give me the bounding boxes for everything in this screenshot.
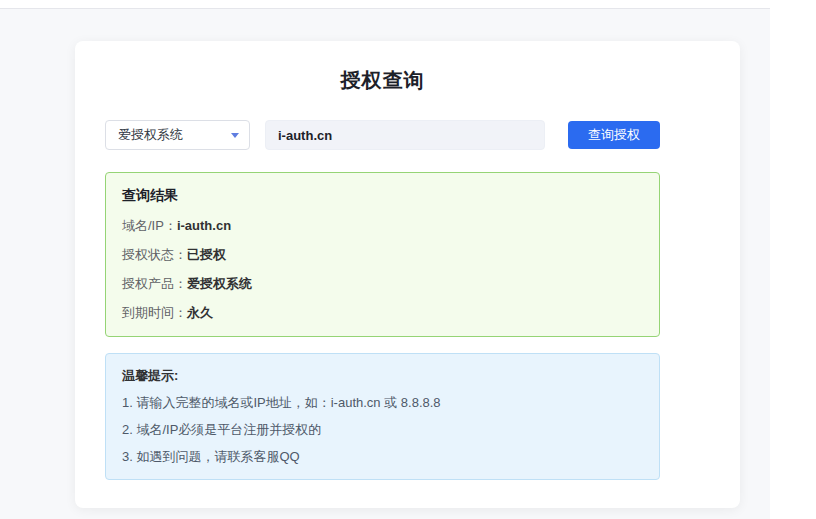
- chevron-down-icon: [231, 133, 239, 138]
- result-row-status: 授权状态：已授权: [122, 246, 643, 264]
- domain-input[interactable]: [265, 120, 545, 150]
- result-label: 授权状态：: [122, 247, 187, 262]
- page-background: 授权查询 爱授权系统 查询授权 查询结果 域名/IP：i-auth.cn 授权状…: [0, 8, 770, 519]
- tip-item: 1. 请输入完整的域名或IP地址，如：i-auth.cn 或 8.8.8.8: [122, 394, 643, 412]
- result-row-expiry: 到期时间：永久: [122, 304, 643, 322]
- result-label: 域名/IP：: [122, 218, 177, 233]
- tips-heading: 温馨提示:: [122, 367, 643, 385]
- result-value: 永久: [187, 305, 213, 320]
- query-auth-button[interactable]: 查询授权: [568, 121, 660, 149]
- result-value: 已授权: [187, 247, 226, 262]
- tips-panel: 温馨提示: 1. 请输入完整的域名或IP地址，如：i-auth.cn 或 8.8…: [105, 353, 660, 480]
- system-select[interactable]: 爱授权系统: [105, 120, 250, 150]
- result-label: 授权产品：: [122, 276, 187, 291]
- system-select-value: 爱授权系统: [118, 126, 183, 144]
- result-heading: 查询结果: [122, 187, 643, 205]
- result-value: i-auth.cn: [177, 218, 231, 233]
- result-label: 到期时间：: [122, 305, 187, 320]
- query-result-panel: 查询结果 域名/IP：i-auth.cn 授权状态：已授权 授权产品：爱授权系统…: [105, 172, 660, 337]
- tip-item: 3. 如遇到问题，请联系客服QQ: [122, 448, 643, 466]
- page-title: 授权查询: [105, 67, 660, 94]
- result-row-product: 授权产品：爱授权系统: [122, 275, 643, 293]
- auth-query-card: 授权查询 爱授权系统 查询授权 查询结果 域名/IP：i-auth.cn 授权状…: [75, 41, 740, 508]
- result-row-domain: 域名/IP：i-auth.cn: [122, 217, 643, 235]
- tip-item: 2. 域名/IP必须是平台注册并授权的: [122, 421, 643, 439]
- result-value: 爱授权系统: [187, 276, 252, 291]
- query-bar: 爱授权系统 查询授权: [105, 120, 660, 150]
